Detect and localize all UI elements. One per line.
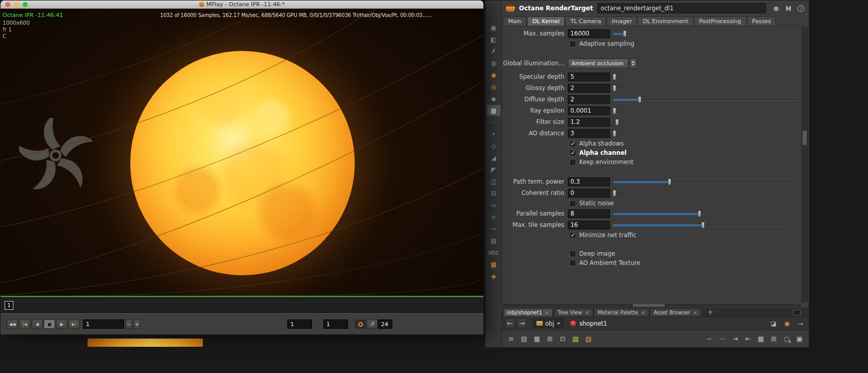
render-indicator-icon[interactable]: ◉	[783, 319, 791, 328]
delete-icon[interactable]: ✗	[487, 46, 500, 57]
abc-icon[interactable]: abc	[487, 247, 500, 258]
list-view-icon[interactable]: ≡	[507, 334, 516, 344]
jump-to-start-button[interactable]: ◀◀	[7, 319, 18, 329]
clipboard-icon[interactable]: ▤	[487, 235, 500, 246]
folder-icon[interactable]: ▨	[584, 334, 593, 344]
filter-size-slider[interactable]	[613, 118, 800, 127]
global-illumination-spinner[interactable]	[630, 59, 637, 68]
scrollbar-thumb[interactable]	[803, 131, 807, 145]
slider-handle[interactable]	[615, 119, 619, 126]
close-icon[interactable]: ×	[545, 310, 549, 315]
ruler-icon[interactable]: ▭	[487, 200, 500, 210]
brush-icon[interactable]: ◇	[487, 140, 500, 151]
color-palette-icon[interactable]: ▧	[571, 334, 580, 344]
info-icon[interactable]: i	[797, 5, 805, 12]
deep-image-checkbox[interactable]	[569, 251, 576, 257]
slider-handle[interactable]	[623, 30, 627, 37]
pane-tab-asset-browser[interactable]: Asset Browser ×	[650, 308, 701, 316]
tab-main[interactable]: Main	[503, 16, 527, 26]
range-end-field[interactable]: 1	[323, 319, 348, 329]
slider-handle[interactable]	[613, 130, 616, 137]
context-crumb[interactable]: obj	[533, 318, 564, 328]
tab-dl-environment[interactable]: DL Environment	[637, 16, 693, 26]
mplay-titlebar[interactable]: MPlay - Octane IPR -11:46:*	[1, 1, 483, 9]
glossy-depth-field[interactable]: 2	[568, 84, 610, 93]
timeline[interactable]: 1	[1, 298, 483, 313]
diffuse-depth-slider[interactable]	[613, 95, 800, 104]
back-button[interactable]: ←	[505, 318, 515, 328]
slider-handle[interactable]	[613, 108, 616, 114]
alpha-channel-checkbox[interactable]	[569, 150, 576, 156]
alpha-shadows-checkbox[interactable]	[569, 140, 576, 147]
align-left-icon[interactable]: ⇤	[743, 334, 753, 344]
snap-grid-icon[interactable]: ⊞	[769, 334, 778, 344]
knife-icon[interactable]: ◤	[487, 164, 500, 175]
shader-icon[interactable]: ◆	[487, 93, 500, 104]
scrollbar-thumb[interactable]	[633, 304, 665, 307]
path-term-power-field[interactable]: 0.3	[568, 177, 610, 186]
grid-view-icon[interactable]: ▦	[532, 334, 542, 344]
tab-dl-kernel[interactable]: DL Kernel	[527, 16, 565, 26]
gear-icon[interactable]: ⊛	[772, 5, 780, 12]
play-reverse-button[interactable]: ◀	[31, 319, 43, 329]
max-samples-slider[interactable]	[613, 29, 800, 38]
pin-icon[interactable]: ◦	[487, 117, 500, 128]
tab-passes[interactable]: Passes	[747, 16, 776, 26]
jump-forward-icon[interactable]: →	[796, 319, 805, 328]
node-name-input[interactable]	[597, 3, 766, 13]
coherent-ratio-slider[interactable]	[613, 189, 800, 198]
ao-ambient-texture-checkbox[interactable]	[569, 260, 576, 267]
flag-icon[interactable]: ◪	[769, 319, 778, 328]
ao-distance-field[interactable]: 3	[568, 129, 610, 138]
align-right-icon[interactable]: ⇥	[731, 334, 740, 344]
light-secondary-icon[interactable]: ◎	[487, 81, 500, 92]
thumb-view-icon[interactable]: ⊞	[545, 334, 554, 344]
slider-handle[interactable]	[668, 179, 671, 185]
tab-postprocessing[interactable]: PostProcessing	[694, 16, 747, 26]
jump-to-end-button[interactable]: ▶|	[68, 319, 80, 329]
minimize-net-traffic-checkbox[interactable]	[569, 232, 576, 239]
loop-toggle-button[interactable]: ↺	[367, 319, 378, 329]
static-noise-checkbox[interactable]	[569, 200, 576, 207]
more-options-icon[interactable]: ⋯	[718, 334, 727, 344]
current-frame-marker[interactable]: 1	[5, 301, 13, 310]
snapshot-icon[interactable]: ▣	[487, 22, 500, 33]
render-target-icon[interactable]: ▩	[487, 105, 500, 116]
global-illumination-dropdown[interactable]: Ambient occlusion	[568, 59, 629, 68]
pen-icon[interactable]: ◢	[487, 152, 500, 163]
tag-icon[interactable]: ◫	[487, 176, 500, 187]
frame-decrement-button[interactable]: −	[125, 319, 132, 329]
filter-size-field[interactable]: 1.2	[568, 118, 610, 127]
slider-handle[interactable]	[698, 210, 701, 217]
current-frame-field[interactable]: 1	[83, 319, 124, 329]
slider-handle[interactable]	[613, 190, 616, 197]
max-tile-samples-field[interactable]: 16	[568, 221, 610, 229]
lock-icon[interactable]: ◧	[487, 34, 500, 45]
magnet-icon[interactable]: ∩	[487, 211, 500, 222]
frame-increment-button[interactable]: +	[133, 319, 141, 329]
current-node-crumb[interactable]: shopnet1	[570, 320, 607, 327]
collapse-icon[interactable]: −	[705, 334, 714, 344]
badge-view-icon[interactable]: ⊡	[558, 334, 567, 344]
new-pane-tab-button[interactable]: +	[706, 308, 715, 316]
play-forward-button[interactable]: ▶	[56, 319, 67, 329]
path-term-power-slider[interactable]	[613, 177, 800, 186]
diffuse-depth-field[interactable]: 2	[568, 95, 610, 104]
coherent-ratio-field[interactable]: 0	[568, 189, 610, 198]
close-icon[interactable]: ×	[693, 310, 698, 315]
keep-environment-checkbox[interactable]	[569, 159, 576, 166]
pane-tab-tree-view[interactable]: Tree View ×	[554, 308, 593, 316]
params-vertical-scrollbar[interactable]	[802, 27, 808, 302]
prev-frame-button[interactable]: |◀	[19, 319, 30, 329]
search-icon[interactable]: ○	[782, 334, 791, 344]
parallel-samples-slider[interactable]	[613, 209, 800, 218]
ray-epsilon-field[interactable]: 0.0001	[568, 106, 610, 115]
render-viewport[interactable]: Octane IPR -11:46:41 1032 of 16000 Sampl…	[1, 9, 483, 297]
realtime-update-toggle[interactable]	[355, 319, 366, 329]
dot-icon[interactable]: •	[487, 129, 500, 139]
fps-field[interactable]: 24	[378, 319, 392, 329]
houdini-help-icon[interactable]: H	[785, 5, 792, 12]
pane-tab-shopnet[interactable]: /obj/shopnet1 ×	[503, 308, 553, 316]
tab-imager[interactable]: Imager	[606, 16, 637, 26]
pane-menu-icon[interactable]	[793, 310, 801, 315]
